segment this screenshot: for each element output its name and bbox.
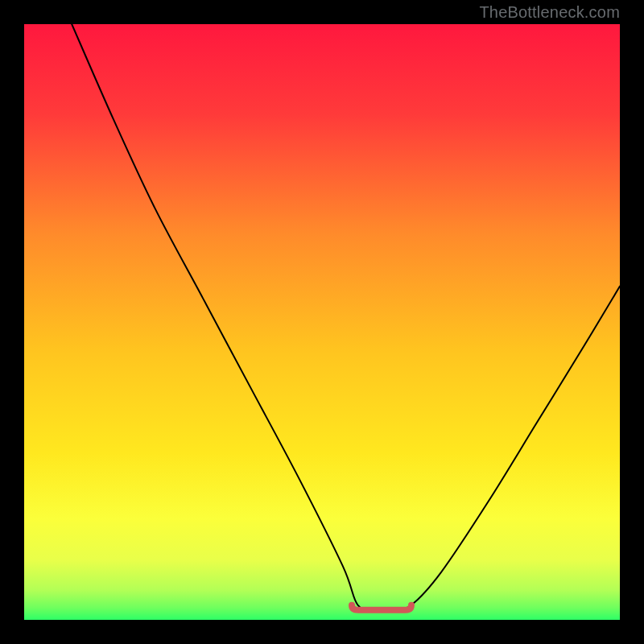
plot-area bbox=[24, 24, 620, 620]
chart-container: TheBottleneck.com bbox=[0, 0, 644, 644]
curve-svg bbox=[24, 24, 620, 620]
watermark-label: TheBottleneck.com bbox=[479, 3, 620, 22]
optimal-region-marker bbox=[352, 605, 411, 610]
bottleneck-curve bbox=[72, 24, 620, 609]
